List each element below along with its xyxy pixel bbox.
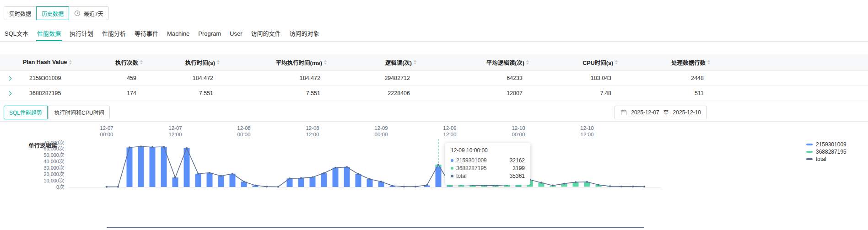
total-line-point[interactable] <box>575 181 577 183</box>
date-range-picker[interactable]: 2025-12-07 至 2025-12-10 <box>615 106 707 119</box>
bar-2159301009[interactable] <box>333 167 339 187</box>
sort-icons[interactable] <box>140 60 143 64</box>
sort-desc-icon[interactable] <box>217 63 220 64</box>
total-line-point[interactable] <box>106 186 108 187</box>
tab-perf-data[interactable]: 性能数据 <box>36 26 62 41</box>
bar-2159301009[interactable] <box>195 173 201 187</box>
total-line-point[interactable] <box>495 184 496 186</box>
sort-icons[interactable] <box>615 60 618 64</box>
bar-2159301009[interactable] <box>344 167 350 187</box>
sort-asc-icon[interactable] <box>526 60 529 62</box>
bar-2159301009[interactable] <box>447 186 453 187</box>
bar-2159301009[interactable] <box>356 174 361 187</box>
sort-asc-icon[interactable] <box>615 60 618 62</box>
bar-2159301009[interactable] <box>207 172 213 187</box>
tab-accessed-objects[interactable]: 访问的对象 <box>289 26 320 41</box>
total-line-point[interactable] <box>312 176 313 178</box>
sort-desc-icon[interactable] <box>526 63 529 64</box>
legend-item-total[interactable]: total <box>806 155 846 163</box>
column-header[interactable]: 逻辑读(次) <box>333 54 423 70</box>
total-line-point[interactable] <box>129 146 130 148</box>
tab-machine[interactable]: Machine <box>166 26 190 41</box>
sort-icons[interactable] <box>707 60 710 64</box>
bar-2159301009[interactable] <box>321 173 327 187</box>
column-header[interactable]: 处理数据行数 <box>624 54 717 70</box>
total-line-point[interactable] <box>323 172 325 174</box>
total-line-point[interactable] <box>197 172 199 174</box>
total-line-point[interactable] <box>563 182 565 184</box>
sql-perf-trend-tab-button[interactable]: SQL性能趋势 <box>4 106 48 119</box>
total-line-point[interactable] <box>586 181 588 182</box>
table-row[interactable]: 36882871951747.5517.5512228406128077.485… <box>0 86 868 101</box>
total-line-point[interactable] <box>117 186 119 187</box>
history-data-button[interactable]: 历史数据 <box>36 6 69 20</box>
sort-asc-icon[interactable] <box>69 60 72 62</box>
total-line-point[interactable] <box>186 147 188 149</box>
total-line-point[interactable] <box>346 166 348 168</box>
total-line-point[interactable] <box>632 185 634 187</box>
total-line-point[interactable] <box>609 185 611 187</box>
sort-icons[interactable] <box>526 60 529 64</box>
legend-item-2159301009[interactable]: 2159301009 <box>806 141 846 148</box>
tab-perf-analysis[interactable]: 性能分析 <box>101 26 127 41</box>
sort-asc-icon[interactable] <box>707 60 710 62</box>
column-header[interactable]: Plan Hash Value <box>16 54 94 70</box>
column-header[interactable]: CPU时间(s) <box>535 54 624 70</box>
bar-2159301009[interactable] <box>310 177 316 187</box>
total-line-point[interactable] <box>598 184 599 186</box>
tab-sql-text[interactable]: SQL文本 <box>4 26 29 41</box>
bar-2159301009[interactable] <box>218 176 224 187</box>
tab-wait-events[interactable]: 等待事件 <box>134 26 159 41</box>
total-line-point[interactable] <box>380 181 382 182</box>
total-line-point[interactable] <box>334 166 336 168</box>
tab-exec-plan[interactable]: 执行计划 <box>69 26 94 41</box>
bar-2159301009[interactable] <box>138 146 144 187</box>
sort-asc-icon[interactable] <box>140 60 143 62</box>
exec-cpu-time-tab-button[interactable]: 执行时间和CPU时间 <box>49 106 109 119</box>
bar-2159301009[interactable] <box>230 173 236 187</box>
total-line-point[interactable] <box>392 185 394 187</box>
column-header[interactable]: 执行时间(s) <box>149 54 226 70</box>
sort-icons[interactable] <box>69 60 72 64</box>
total-line-point[interactable] <box>643 185 645 187</box>
total-line-point[interactable] <box>369 178 371 180</box>
total-line-point[interactable] <box>209 171 210 173</box>
total-line-point[interactable] <box>277 186 279 187</box>
total-line-point[interactable] <box>289 177 291 179</box>
total-line-point[interactable] <box>357 173 359 175</box>
bar-2159301009[interactable] <box>516 187 522 187</box>
total-line-point[interactable] <box>232 172 233 174</box>
sort-desc-icon[interactable] <box>140 63 143 64</box>
sort-icons[interactable] <box>414 60 416 64</box>
bar-2159301009[interactable] <box>173 177 178 187</box>
total-line-point[interactable] <box>540 182 542 183</box>
total-line-point[interactable] <box>266 186 268 187</box>
sort-desc-icon[interactable] <box>707 63 710 64</box>
tab-program[interactable]: Program <box>197 26 222 41</box>
total-line-point[interactable] <box>403 185 405 187</box>
expand-row-icon[interactable] <box>7 91 12 96</box>
total-line-point[interactable] <box>220 175 222 177</box>
sort-icons[interactable] <box>217 60 220 64</box>
total-line-point[interactable] <box>415 185 416 187</box>
legend-item-3688287195[interactable]: 3688287195 <box>806 148 846 155</box>
sort-asc-icon[interactable] <box>324 60 327 62</box>
sort-desc-icon[interactable] <box>414 63 416 64</box>
total-line-point[interactable] <box>140 145 142 147</box>
bar-2159301009[interactable] <box>367 179 373 187</box>
bar-2159301009[interactable] <box>150 147 156 187</box>
tab-accessed-files[interactable]: 访问的文件 <box>250 26 282 41</box>
realtime-data-button[interactable]: 实时数据 <box>4 6 37 20</box>
total-line-point[interactable] <box>552 184 554 186</box>
sort-desc-icon[interactable] <box>69 63 72 64</box>
bar-2159301009[interactable] <box>436 166 442 187</box>
tab-user[interactable]: User <box>229 26 243 41</box>
expand-row-icon[interactable] <box>7 76 12 80</box>
sort-asc-icon[interactable] <box>414 60 416 62</box>
total-line-point[interactable] <box>151 146 153 148</box>
column-header[interactable]: 执行次数 <box>94 54 149 70</box>
sort-icons[interactable] <box>324 60 327 64</box>
bar-2159301009[interactable] <box>298 178 304 187</box>
sort-desc-icon[interactable] <box>615 63 618 64</box>
total-line-point[interactable] <box>426 184 428 186</box>
